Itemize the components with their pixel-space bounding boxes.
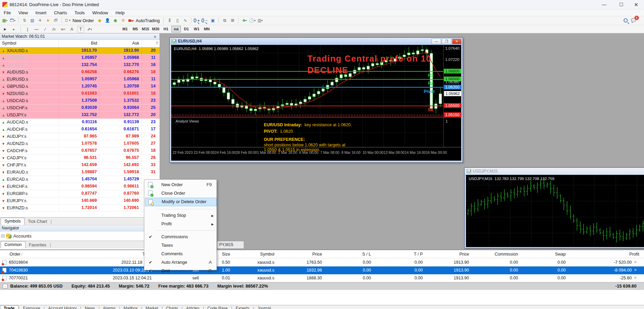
tab-common[interactable]: Common [1,241,26,248]
timeframe-d1[interactable]: D1 [182,26,191,32]
menu-insert[interactable]: Insert [32,10,50,16]
cursor-icon[interactable]: ➤ [1,26,8,33]
market-watch-row[interactable]: ▲USDJPY.s132.752132.77220 [0,112,160,119]
context-menu-item-profit[interactable]: Profit▶ [145,220,216,228]
notifications-icon[interactable]: 💬1 [630,17,637,24]
search-icon[interactable] [622,17,629,24]
market-watch-row[interactable]: ▲AUDCHF.s0.616540.6167117 [0,126,160,133]
signals-icon[interactable]: ◉ [112,17,119,24]
bar-chart-icon[interactable]: ⫼ [166,17,173,24]
templates-icon[interactable]: ▥▾ [257,17,263,24]
tab-favorites[interactable]: Favorites [26,242,50,248]
market-watch-row[interactable]: ▼EURJPY.s140.669140.690 [0,197,160,205]
tree-item-accounts[interactable]: Accounts [13,233,31,239]
terminal-icon[interactable]: ★ [45,17,51,24]
market-watch-row[interactable]: ▼AUDJPY.s87.96587.98924 [0,133,160,140]
zoom-in-icon[interactable]: ＋ [194,17,200,24]
menu-help[interactable]: Help [112,10,128,16]
autotrading-icon[interactable]: 🖿▸ [128,17,134,24]
bottom-tab-trade[interactable]: Trade [0,305,18,309]
zoom-out-icon[interactable]: － [202,17,208,24]
timeframe-h1[interactable]: H1 [161,26,171,32]
bottom-tab-articles[interactable]: Articles [183,306,203,309]
candlestick-chart-icon[interactable]: ▯ [174,17,181,24]
context-menu-item-new-order[interactable]: New OrderF9 [145,181,216,189]
timeframe-m1[interactable]: M1 [120,26,130,32]
orders-column-size[interactable]: Size [222,252,230,257]
close-position-icon[interactable]: ✕ [634,268,637,272]
market-watch-icon[interactable]: ⇅ [21,17,28,24]
orders-column-profit[interactable]: Profit [629,252,639,257]
close-button[interactable]: ✕ [628,0,644,10]
text-icon[interactable]: A [68,26,75,33]
market-watch-row[interactable]: ▲USDCHF.s0.930390.9306425 [0,104,160,112]
orders-column-tp[interactable]: T / P [414,252,423,257]
timeframe-h4[interactable]: H4 [172,26,181,32]
orders-column-commission[interactable]: Commission [495,252,518,257]
market-watch-row[interactable]: ▼AUDUSD.s0.662580.6627618 [0,69,160,76]
usdjpy-titlebar[interactable]: USDJPY,M15 [465,168,644,175]
timeframe-m30[interactable]: M30 [151,26,160,32]
chart-restore-button[interactable]: ❐ [442,38,451,44]
column-bid[interactable]: Bid [59,40,100,47]
order-row[interactable]: 704198302023.03.10 09:28:15sell1.00xauus… [0,266,644,274]
autotrading-button[interactable]: AutoTrading [136,18,160,23]
arrows-icon[interactable]: ⇗▾ [86,26,93,33]
cascade-windows-icon[interactable]: ⧉ [221,17,228,24]
tab-tick-chart[interactable]: Tick Chart [25,218,51,225]
arrange-windows-icon[interactable]: ⊞ [229,17,236,24]
indicators-icon[interactable]: 🞦▾ [241,17,248,24]
minimized-chart-window[interactable]: PY,M15 [217,241,244,249]
market-watch-row[interactable]: ▼EURCHF.s0.985940.98611 [0,183,160,190]
menu-window[interactable]: Window [88,10,112,16]
market-watch-row[interactable]: ▼EURNZD.s1.720141.72061 [0,205,160,212]
line-chart-icon[interactable]: ∿ [182,17,189,24]
order-row[interactable]: 707700212023.03.15 12:04:21sell0.01xauus… [0,274,644,282]
context-menu-item-grid[interactable]: ✔GridG [145,267,216,275]
orders-column-symbol[interactable]: Symbol [260,252,274,257]
market-watch-row[interactable]: ▼EURAUD.s1.598871.5991831 [0,169,160,176]
bottom-tab-news[interactable]: News [81,306,98,309]
bottom-tab-journal[interactable]: Journal [254,306,274,309]
new-chart-icon[interactable]: ▦▾ [1,17,8,24]
close-position-icon[interactable]: ✕ [634,260,637,264]
timeframe-w1[interactable]: W1 [192,26,201,32]
tab-symbols[interactable]: Symbols [1,218,25,225]
strategy-tester-icon[interactable]: 🗗 [52,17,59,24]
equidistant-channel-icon[interactable]: ⫽E [51,26,58,33]
timeframe-mn[interactable]: MN [202,26,211,32]
market-watch-row[interactable]: ▼EURGBP.s0.877470.87760 [0,190,160,197]
navigator-icon[interactable]: ✛ [37,17,44,24]
bottom-tab-experts[interactable]: Experts [232,306,253,309]
close-position-icon[interactable]: ✕ [634,276,637,280]
eurusd-titlebar[interactable]: EURUSD,H4 — ❐ ✕ [170,38,463,45]
horizontal-line-icon[interactable]: — [33,26,40,33]
menu-tools[interactable]: Tools [71,10,88,16]
market-watch-row[interactable]: ▲EURUSD.s1.059571.0596811 [0,76,160,83]
bottom-tab-account-history[interactable]: Account History [45,306,80,309]
market-watch-row[interactable]: ▲EURUSD1.059571.0596811 [0,54,160,62]
market-watch-row[interactable]: ▲USDCAD.s1.375091.3753223 [0,97,160,104]
chart-window-eurusd[interactable]: EURUSD,H4 — ❐ ✕ EURUSD,H4 1.05896 1.0598… [170,37,463,163]
chart-window-usdjpy[interactable]: USDJPY,M15 USDJPY,M15 132.783 132.799 13… [464,167,644,248]
crosshair-icon[interactable]: ＋ [10,26,17,33]
metaeditor-icon[interactable]: ◆ [96,17,103,24]
context-menu-item-taxes[interactable]: Taxes [145,241,216,250]
context-menu-item-trailing-stop[interactable]: Trailing Stop▶ [145,211,216,220]
bottom-tab-code-base[interactable]: Code Base [204,306,231,309]
column-spread[interactable]: ! [142,40,160,47]
new-order-icon[interactable]: 🗋+ [64,17,71,24]
context-menu-item-auto-arrange[interactable]: ✔Auto ArrangeA [145,258,216,267]
context-menu-item-comments[interactable]: Comments [145,250,216,258]
text-label-icon[interactable]: T [77,26,84,33]
market-watch-row[interactable]: ▼CADCHF.s0.676570.6767518 [0,147,160,154]
new-order-button[interactable]: New Order [73,18,94,23]
profiles-icon[interactable]: 🗔▾ [9,17,16,24]
tree-expand-icon[interactable]: + [1,234,4,238]
trendline-icon[interactable]: ∕ [42,26,49,33]
menu-file[interactable]: File [0,10,15,16]
bottom-tab-market[interactable]: Market [142,306,162,309]
market-watch-row[interactable]: ▼CADJPY.s96.53196.55726 [0,154,160,162]
orders-column-price[interactable]: Price [460,252,469,257]
column-ask[interactable]: Ask [99,40,142,47]
